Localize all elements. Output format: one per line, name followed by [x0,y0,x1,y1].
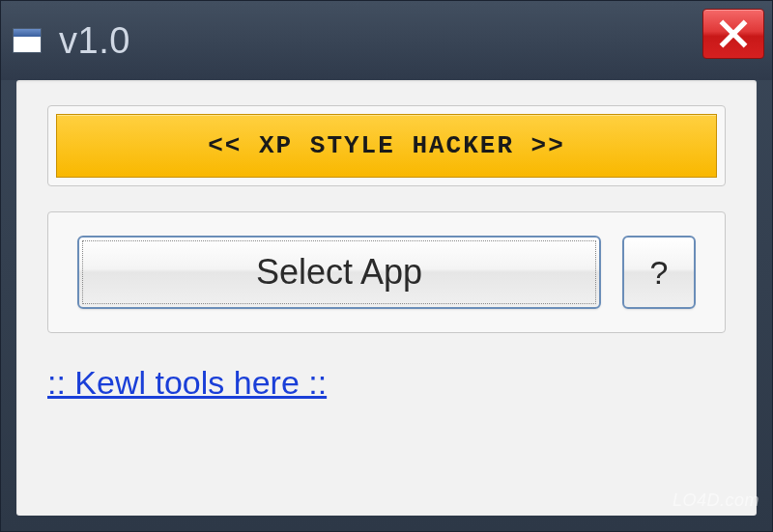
client-area: << XP STYLE HACKER >> Select App ? :: Ke… [16,80,757,516]
button-panel: Select App ? [47,211,726,333]
titlebar: v1.0 [1,1,772,80]
help-button[interactable]: ? [622,236,696,309]
link-area: :: Kewl tools here :: [47,364,726,402]
app-window: v1.0 << XP STYLE HACKER >> Select App ? … [0,0,773,532]
close-button[interactable] [702,9,764,59]
close-icon [718,18,749,49]
select-app-button[interactable]: Select App [77,236,601,309]
window-title: v1.0 [59,20,130,62]
watermark: LO4D.com [673,490,759,511]
app-banner: << XP STYLE HACKER >> [56,114,717,178]
banner-frame: << XP STYLE HACKER >> [47,105,726,186]
window-icon [13,28,42,53]
tools-link[interactable]: :: Kewl tools here :: [47,364,327,401]
